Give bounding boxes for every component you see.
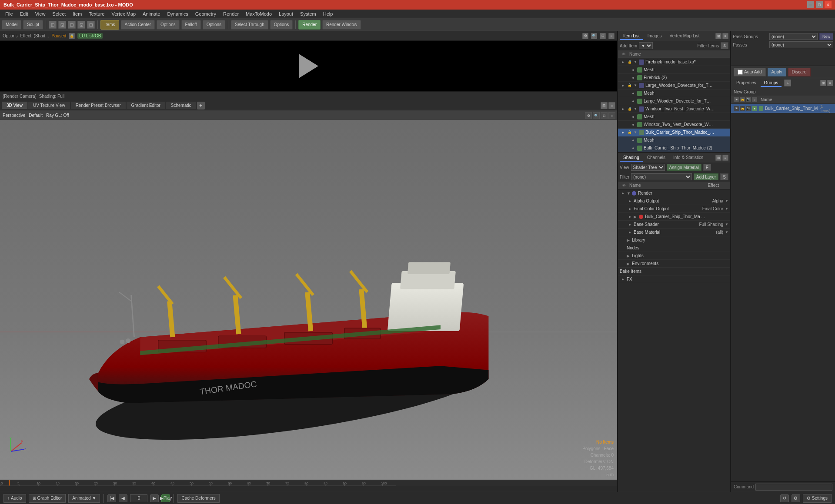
cache-deformers-button[interactable]: Cache Deformers: [177, 494, 219, 503]
tab-render-preset[interactable]: Render Preset Browser: [71, 102, 126, 109]
maximize-button[interactable]: □: [816, 1, 823, 8]
tab-schematic[interactable]: Schematic: [166, 102, 196, 109]
tab-images[interactable]: Images: [644, 33, 665, 40]
tree-item-mesh4[interactable]: ● Mesh: [618, 136, 730, 144]
f-button[interactable]: F: [703, 164, 711, 171]
tree-item-large-wooden[interactable]: ● 🔒 ▼ Large_Wooden_Dovecote_for_Twenty_N…: [618, 82, 730, 90]
items-button[interactable]: Items: [100, 20, 119, 30]
tab-uv-texture[interactable]: UV Texture View: [28, 102, 70, 109]
shader-base-shader[interactable]: ● Base Shader Full Shading ▼: [618, 221, 730, 229]
shader-final-color[interactable]: ● Final Color Output Final Color ▼: [618, 205, 730, 213]
add-tab-button[interactable]: +: [197, 102, 205, 109]
shader-bake-items[interactable]: Bake Items: [618, 268, 730, 275]
shader-fx[interactable]: ● FX: [618, 275, 730, 283]
play-button[interactable]: ▶ Play: [161, 494, 170, 502]
viewport-expand-icon[interactable]: ⊞: [601, 102, 608, 109]
shader-library[interactable]: ▶ Library: [618, 236, 730, 244]
shader-bulk-material[interactable]: ● ▶ Bulk_Carrier_Ship_Thor_Ma ...: [618, 213, 730, 221]
tab-info-statistics[interactable]: Info & Statistics: [670, 154, 707, 162]
tab-3d-view[interactable]: 3D View: [2, 102, 27, 109]
menu-select[interactable]: Select: [49, 10, 69, 18]
tree-item-windsor[interactable]: ● 🔒 ▼ Windsor_Two_Nest_Dovecote_Wooden_m…: [618, 105, 730, 113]
item-list-more-icon[interactable]: ≡: [722, 33, 728, 39]
more-icon[interactable]: ≡: [608, 33, 615, 39]
animated-button[interactable]: Animated ▼: [68, 494, 100, 503]
options-button-3[interactable]: Options: [270, 20, 293, 30]
menu-texture[interactable]: Texture: [85, 10, 108, 18]
tree-item-bulk-carrier[interactable]: ● 🔒 ▼ Bulk_Carrier_Ship_Thor_Madoc_mo ..…: [618, 129, 730, 136]
command-input[interactable]: [755, 484, 832, 491]
viewport-more-icon[interactable]: ≡: [608, 102, 615, 109]
add-layer-button[interactable]: Add Layer: [694, 173, 719, 180]
render-button[interactable]: Render: [298, 20, 321, 30]
menu-animate[interactable]: Animate: [139, 10, 164, 18]
shader-render[interactable]: ● ▼ Render: [618, 189, 730, 197]
groups-list[interactable]: 👁 🔒 📷 ● Bulk_Carrier_Ship_Thor_M (1 Item…: [731, 104, 835, 481]
render-window-button[interactable]: Render Window: [322, 20, 361, 30]
render-play-button[interactable]: [299, 54, 318, 78]
assign-material-button[interactable]: Assign Material: [667, 164, 701, 171]
effect-dropdown-arrow[interactable]: ▼: [725, 230, 730, 234]
tree-item-large-wooden2[interactable]: ● Large_Wooden_Dovecote_for_Twenty ...: [618, 97, 730, 105]
pass-groups-dropdown[interactable]: (none): [769, 33, 818, 40]
tree-item-windsor2[interactable]: ● Windsor_Two_Nest_Dovecote_Wooden (...: [618, 121, 730, 129]
shading-more-icon[interactable]: ≡: [722, 155, 728, 161]
groups-expand-icon[interactable]: ⊞: [820, 80, 826, 86]
select-through-button[interactable]: Select Through: [231, 20, 268, 30]
viewport-more-settings-icon[interactable]: ≡: [608, 112, 615, 119]
tool-icon-3[interactable]: ◰: [68, 21, 76, 29]
action-center-button[interactable]: Action Center: [121, 20, 155, 30]
tree-item-firebrick[interactable]: ● 🔒 ▼ Firebrick_modo_base.lxo*: [618, 58, 730, 66]
viewport-3d[interactable]: THOR MADOC Perspective Default Ray GL: O…: [0, 110, 617, 480]
zoom-icon[interactable]: 🔍: [591, 33, 597, 39]
tab-groups[interactable]: Groups: [761, 80, 782, 87]
options-button-1[interactable]: Options: [157, 20, 179, 30]
visibility-icon[interactable]: ●: [620, 59, 626, 65]
tree-item-mesh3[interactable]: ● Mesh: [618, 113, 730, 121]
tool-icon-5[interactable]: ◳: [87, 21, 95, 29]
settings-button[interactable]: ⚙ Settings: [803, 494, 832, 503]
tree-item-bulk-carrier2[interactable]: ● Bulk_Carrier_Ship_Thor_Madoc (2): [618, 144, 730, 152]
close-button[interactable]: ✕: [825, 1, 832, 8]
tool-icon-4[interactable]: ◲: [77, 21, 85, 29]
sculpt-button[interactable]: Sculpt: [23, 20, 43, 30]
next-frame-button[interactable]: ▶: [150, 494, 159, 502]
apply-button[interactable]: Apply: [768, 68, 786, 76]
menu-view[interactable]: View: [32, 10, 49, 18]
tool-icon-1[interactable]: ◫: [49, 21, 57, 29]
passes-dropdown[interactable]: (none): [769, 41, 833, 48]
tab-properties[interactable]: Properties: [733, 80, 760, 87]
menu-maxtomodo[interactable]: MaxToModo: [242, 10, 275, 18]
shader-tree-list[interactable]: ● ▼ Render ● Alpha Output Alpha ▼ ● Fina…: [618, 189, 730, 492]
auto-add-button[interactable]: Auto Add: [734, 68, 766, 76]
tree-item-dir-light[interactable]: ● Directional Light: [618, 152, 730, 153]
menu-item[interactable]: Item: [69, 10, 85, 18]
tab-channels[interactable]: Channels: [644, 154, 669, 162]
loop-button[interactable]: ↺: [780, 494, 789, 502]
tool-icon-2[interactable]: ◱: [58, 21, 66, 29]
viewport-settings-icon[interactable]: ⚙: [585, 112, 592, 119]
shader-base-material[interactable]: ● Base Material (all) ▼: [618, 229, 730, 236]
item-list-expand-icon[interactable]: ⊞: [715, 33, 721, 39]
filter-dropdown[interactable]: (none): [631, 173, 692, 180]
menu-system[interactable]: System: [297, 10, 320, 18]
options-button-2[interactable]: Options: [203, 20, 225, 30]
settings-icon[interactable]: ⚙: [582, 33, 588, 39]
shader-alpha-output[interactable]: ● Alpha Output Alpha ▼: [618, 197, 730, 205]
frame-input[interactable]: 0: [130, 494, 147, 502]
group-item-bulk[interactable]: 👁 🔒 📷 ● Bulk_Carrier_Ship_Thor_M (1 Item…: [731, 104, 835, 113]
shader-environments[interactable]: ▶ Environments: [618, 260, 730, 268]
tree-item-mesh2[interactable]: ● Mesh: [618, 90, 730, 97]
effect-dropdown-arrow[interactable]: ▼: [725, 199, 730, 203]
new-button[interactable]: New: [819, 33, 833, 40]
skip-start-button[interactable]: |◀: [107, 494, 116, 502]
menu-file[interactable]: File: [2, 10, 17, 18]
discard-button[interactable]: Discard: [788, 68, 811, 76]
viewport-zoom-icon[interactable]: 🔍: [593, 112, 600, 119]
tab-gradient-editor[interactable]: Gradient Editor: [127, 102, 165, 109]
effect-dropdown-arrow[interactable]: ▼: [725, 222, 730, 226]
item-eye-icon[interactable]: 👁: [734, 106, 739, 111]
falloff-button[interactable]: Falloff: [181, 20, 201, 30]
viewport-fit-icon[interactable]: ⊡: [601, 112, 608, 119]
expand-arrow[interactable]: ▼: [634, 60, 639, 64]
